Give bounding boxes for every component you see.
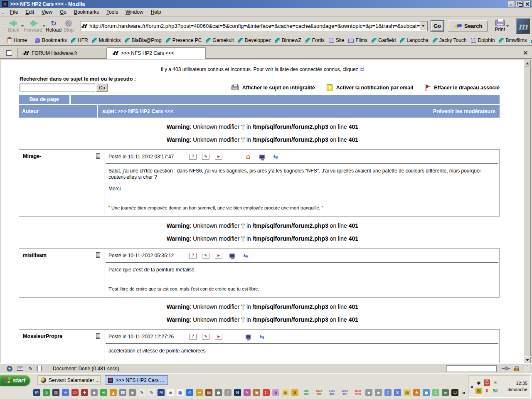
forward-dropdown[interactable] [42, 18, 46, 34]
quote-icon[interactable]: ▶ [215, 253, 222, 259]
ql-chart-doc[interactable]: ▦ [177, 389, 184, 396]
restore-button[interactable] [516, 1, 523, 7]
search-button[interactable]: Search [448, 20, 488, 32]
ql-folder-open[interactable]: ▤ [404, 389, 411, 396]
ql-text-doc[interactable]: ≡ [167, 389, 174, 396]
computer-icon[interactable] [228, 252, 236, 259]
bookmark-folder-site[interactable]: Site [327, 37, 347, 44]
ql-phone-dialer[interactable]: ☎ [119, 389, 126, 396]
quicklaunch-overflow-chevron[interactable]: » [462, 389, 465, 396]
tab-forum-hardware[interactable]: H FORUM Hardware.fr [17, 48, 107, 58]
ql-eye-viewer[interactable]: ◉ [129, 389, 136, 396]
ql-black-cat[interactable]: ☺ [451, 389, 458, 396]
url-history-dropdown[interactable] [420, 22, 426, 30]
email-notification-link[interactable]: Activer la notification par email [327, 84, 413, 91]
security-lock-icon[interactable] [514, 368, 519, 371]
mozilla-logo[interactable]: m [516, 18, 530, 34]
ql-mail-client[interactable]: ✉ [394, 389, 401, 396]
tray-phi-icon[interactable]: φ [475, 379, 482, 386]
ql-exit-door[interactable]: ▯ [224, 389, 232, 396]
ql-notepad[interactable]: ✎ [138, 389, 145, 396]
ql-film-roll[interactable]: ▥ [52, 389, 59, 396]
contact-card-icon[interactable] [96, 153, 100, 159]
compose-icon[interactable]: ✎ [28, 366, 32, 372]
report-moderators-link[interactable]: Prévenir les modérateurs [433, 108, 495, 114]
ql-icq-flower[interactable]: ✳ [100, 389, 107, 396]
bookmark-jacky-touch[interactable]: Jacky Touch [431, 37, 469, 44]
bookmark-garfield[interactable]: Garfield [369, 37, 398, 44]
bookmark-blabla-prog[interactable]: BlaBla@Prog [123, 37, 163, 44]
stop-button[interactable]: Stop [62, 18, 76, 34]
tray-dragon-icon[interactable]: ☺ [484, 379, 490, 386]
edit-icon[interactable]: ✎ [202, 334, 209, 340]
online-plug-icon[interactable] [502, 367, 510, 370]
edit-icon[interactable]: ✎ [202, 154, 209, 160]
tab-nfs-hp2-cars[interactable]: H >>> NFS HP2 Cars <<< [107, 47, 206, 59]
menu-edit[interactable]: Edit [22, 8, 38, 16]
print-button[interactable]: Print [495, 20, 505, 32]
homepage-icon[interactable]: ⌂ [244, 153, 252, 160]
ql-grey-bird-1[interactable]: ◆ [365, 389, 372, 396]
bookmark-developpez[interactable]: Developpez [236, 37, 273, 44]
ql-resolution-532x399[interactable]: 1280960 [340, 389, 350, 396]
ql-car-photo[interactable]: ▬ [442, 389, 449, 396]
ql-ms-app[interactable]: M [158, 389, 165, 396]
new-tab-button[interactable] [2, 48, 16, 58]
connected-users-link[interactable]: ici [360, 66, 364, 72]
answer-icon[interactable]: ? [189, 253, 197, 259]
bookmark-bmwfilms[interactable]: Bmwfilms [497, 37, 529, 44]
quote-icon[interactable]: ▶ [215, 154, 222, 160]
bookmark-home[interactable]: Home [5, 37, 29, 44]
ql-resolution-1152x864[interactable]: 1152864 [327, 389, 337, 396]
clear-flag-link[interactable]: Effacer le drapeau associé [425, 84, 500, 91]
ql-lighter[interactable]: ▲ [110, 389, 117, 396]
topic-search-input[interactable] [20, 84, 95, 91]
contact-card-icon[interactable] [96, 333, 100, 339]
tab-close-button[interactable] [523, 51, 528, 55]
go-button[interactable]: Go [431, 21, 443, 31]
ql-winamp[interactable]: ◆ [91, 389, 98, 396]
scroll-down-button[interactable] [524, 357, 531, 363]
mail-icon[interactable] [17, 367, 23, 371]
ql-resolution-1600x1200[interactable]: 16001200 [352, 389, 363, 396]
ql-address-book[interactable]: ▤ [205, 389, 212, 396]
task-servant-salamander[interactable]: Servant Salamander ... [37, 375, 101, 385]
ql-resolution-1024x768[interactable]: 1024768 [314, 389, 324, 396]
addressbook-icon[interactable] [37, 366, 42, 371]
bookmark-fortis[interactable]: Fortis [303, 37, 327, 44]
bookmark-langocha[interactable]: Langocha [398, 37, 431, 44]
url-bar[interactable]: H http://forum.hardware.fr/forum2.php3?p… [80, 21, 428, 31]
menu-tools[interactable]: Tools [103, 8, 122, 16]
answer-icon[interactable]: ? [189, 334, 197, 340]
ql-grey-bird-2[interactable]: ◆ [375, 389, 382, 396]
resize-grip[interactable] [524, 366, 530, 372]
translate-icon[interactable]: ⇆ [258, 333, 266, 340]
menu-file[interactable]: File [6, 8, 22, 16]
bookmark-hfr[interactable]: HFR [69, 37, 90, 44]
menu-bookmarks[interactable]: Bookmarks [70, 8, 103, 16]
menu-help[interactable]: Help [147, 8, 165, 16]
ql-gold-tool[interactable]: → [196, 389, 203, 396]
translate-icon[interactable]: ⇆ [241, 252, 250, 259]
reload-button[interactable]: ↻ Reload [46, 18, 62, 34]
task-nfs-hp2-cars[interactable]: >>> NFS HP2 Cars ... [105, 375, 168, 385]
bookmark-folder-dolphin[interactable]: Dolphin [469, 37, 497, 44]
tray-badge[interactable]: 5I [492, 388, 498, 394]
tray-clock[interactable]: 12:35 dimanche [507, 380, 527, 393]
ql-blue-glass[interactable]: ▯ [384, 389, 392, 396]
answer-icon[interactable]: ? [189, 154, 197, 160]
menu-window[interactable]: Window [122, 8, 147, 16]
computer-icon[interactable] [244, 333, 252, 340]
toolbar-grippy[interactable] [2, 9, 4, 15]
menu-go[interactable]: Go [56, 8, 70, 16]
ql-cd-player[interactable]: ◎ [43, 389, 50, 396]
ql-world-clock[interactable]: ⊙ [186, 389, 193, 396]
print-dropdown[interactable] [505, 18, 510, 34]
close-button[interactable] [524, 1, 531, 7]
ql-red-c[interactable]: C [263, 389, 270, 396]
ql-media-grey[interactable]: ● [215, 389, 222, 396]
ql-network-ball[interactable]: ● [423, 389, 430, 396]
tray-collapse-chevron[interactable]: « [470, 384, 473, 389]
bookmark-binnewz[interactable]: BinnewZ [273, 37, 303, 44]
back-button[interactable]: Back [7, 18, 21, 34]
